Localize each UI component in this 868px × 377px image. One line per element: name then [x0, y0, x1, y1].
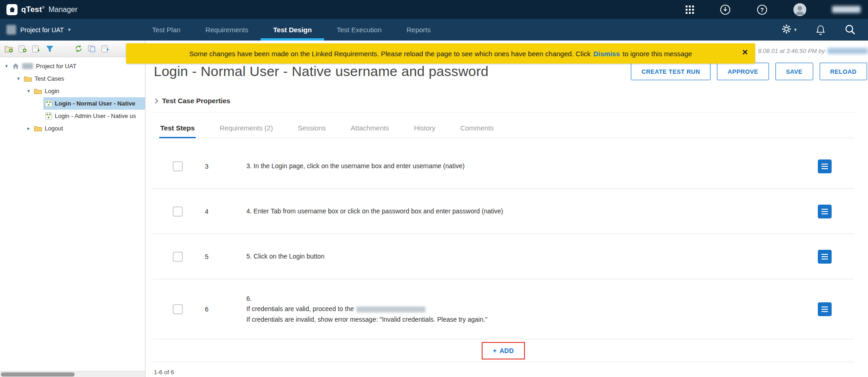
reload-button[interactable]: RELOAD: [820, 63, 867, 80]
nav-tab-test-design[interactable]: Test Design: [261, 19, 324, 41]
project-selector[interactable]: Project for UAT ▾: [6, 19, 70, 41]
gear-icon: [781, 24, 792, 36]
notifications-bell-icon[interactable]: [816, 25, 825, 35]
help-icon[interactable]: ?: [757, 4, 768, 15]
step-number: 5: [205, 253, 223, 260]
top-bar-icons: ?: [686, 3, 861, 16]
step-menu-button[interactable]: [818, 205, 832, 218]
save-button[interactable]: SAVE: [775, 63, 813, 80]
caret-right-icon[interactable]: ▸: [26, 125, 31, 131]
timestamp-text: 8.08.01 at 3:46:50 PM by: [758, 47, 825, 54]
svg-text:?: ?: [760, 6, 763, 13]
caret-down-icon[interactable]: ▾: [16, 76, 21, 82]
action-buttons: CREATE TEST RUN APPROVE SAVE RELOAD: [631, 63, 867, 80]
dismiss-link[interactable]: Dismiss: [593, 50, 620, 58]
test-case-tree: ▾ Project for UAT ▾ Test Cases ▾ Login: [0, 57, 145, 135]
settings-menu[interactable]: ▾: [781, 24, 797, 36]
user-avatar[interactable]: [793, 3, 806, 16]
close-icon[interactable]: ×: [742, 47, 748, 57]
qtest-logo-icon: [6, 4, 17, 15]
tree-item-label: Login - Admin User - Native us: [55, 112, 136, 119]
tree-item-login-normal-user[interactable]: Login - Normal User - Native: [0, 97, 145, 110]
nav-bar: Project for UAT ▾ Test Plan Requirements…: [0, 19, 868, 41]
nav-tab-test-plan[interactable]: Test Plan: [140, 19, 193, 41]
tab-comments[interactable]: Comments: [460, 119, 495, 138]
test-case-properties-section[interactable]: Test Case Properties: [154, 97, 854, 112]
scrollbar-thumb[interactable]: [1, 372, 75, 377]
add-step-label: ADD: [500, 347, 514, 354]
product-name: Manager: [48, 6, 77, 14]
chevron-down-icon: ▾: [68, 27, 71, 33]
test-case-icon: [45, 100, 52, 107]
caret-down-icon[interactable]: ▾: [26, 88, 31, 94]
add-step-button[interactable]: + ADD: [482, 342, 525, 359]
redacted-username-top: [832, 6, 861, 13]
chevron-down-icon: ▾: [794, 27, 797, 33]
hamburger-icon: [821, 211, 828, 212]
add-test-case-icon[interactable]: [18, 45, 27, 53]
step-line: If credentials are valid, proceed to the: [246, 304, 818, 314]
folder-icon: [34, 125, 42, 131]
folder-icon: [34, 88, 42, 94]
import-icon[interactable]: [32, 45, 41, 53]
tab-requirements[interactable]: Requirements (2): [219, 119, 274, 138]
step-menu-button[interactable]: [818, 250, 832, 264]
banner-message-after: to ignore this message: [623, 50, 692, 58]
redacted-project-prefix: [22, 63, 33, 69]
last-saved-timestamp: 8.08.01 at 3:46:50 PM by: [758, 47, 868, 54]
folder-icon: [24, 76, 32, 82]
tab-sessions[interactable]: Sessions: [297, 119, 327, 138]
step-number: 3: [205, 163, 223, 170]
step-checkbox[interactable]: [173, 252, 183, 262]
tree-item-login-admin-user[interactable]: Login - Admin User - Native us: [0, 110, 145, 122]
apps-grid-icon[interactable]: [686, 6, 694, 14]
tree-item-test-cases[interactable]: ▾ Test Cases: [0, 72, 145, 85]
tree-item-label: Test Cases: [35, 75, 64, 82]
step-checkbox[interactable]: [173, 304, 183, 314]
step-number: 6: [205, 306, 223, 313]
step-description: 6. If credentials are valid, proceed to …: [246, 294, 818, 324]
redacted-text: [356, 306, 425, 312]
step-checkbox[interactable]: [173, 161, 183, 171]
nav-tab-requirements[interactable]: Requirements: [193, 19, 261, 41]
step-checkbox[interactable]: [173, 206, 183, 217]
tab-history[interactable]: History: [413, 119, 437, 138]
tab-attachments[interactable]: Attachments: [350, 119, 390, 138]
new-folder-icon[interactable]: [5, 45, 13, 53]
export-icon[interactable]: [101, 45, 110, 53]
hamburger-icon: [821, 256, 828, 257]
step-line-text: If credentials are valid, proceed to the: [246, 305, 354, 312]
tree-item-login-folder[interactable]: ▾ Login: [0, 85, 145, 97]
section-label: Test Case Properties: [162, 97, 230, 105]
step-menu-button[interactable]: [818, 302, 832, 316]
nav-tab-test-execution[interactable]: Test Execution: [324, 19, 394, 41]
test-case-icon: [45, 112, 52, 119]
tree-item-logout-folder[interactable]: ▸ Logout: [0, 122, 145, 135]
search-icon[interactable]: [845, 24, 856, 35]
copy-icon[interactable]: [88, 45, 96, 53]
nav-tab-reports[interactable]: Reports: [394, 19, 443, 41]
tree-item-project[interactable]: ▾ Project for UAT: [0, 60, 145, 72]
step-description: 4. Enter Tab from username box or click …: [246, 206, 818, 216]
page-title: Login - Normal User - Native username an…: [154, 64, 489, 79]
tab-test-steps[interactable]: Test Steps: [159, 119, 196, 138]
sidebar: ▾ Project for UAT ▾ Test Cases ▾ Login: [0, 41, 146, 377]
download-icon[interactable]: [720, 4, 731, 15]
test-step-row: 3 3. In the Login page, click on the use…: [152, 144, 854, 189]
create-test-run-button[interactable]: CREATE TEST RUN: [631, 63, 711, 80]
main-navigation: Test Plan Requirements Test Design Test …: [140, 19, 443, 41]
caret-down-icon[interactable]: ▾: [4, 63, 9, 69]
nav-bar-icons: ▾: [781, 19, 868, 41]
step-menu-button[interactable]: [818, 159, 832, 173]
top-bar: qTest® Manager ?: [0, 0, 868, 19]
approve-button[interactable]: APPROVE: [717, 63, 769, 80]
tree-item-label: Logout: [45, 125, 63, 132]
chevron-right-icon: [153, 98, 158, 103]
refresh-icon[interactable]: [75, 45, 82, 53]
step-number: 4: [205, 208, 223, 215]
tree-item-label: Login - Normal User - Native: [55, 100, 135, 107]
step-line: If credentials are invalid, show error m…: [246, 314, 818, 324]
filter-icon[interactable]: [46, 45, 53, 53]
tree-toolbar: [0, 41, 145, 57]
horizontal-scrollbar[interactable]: [0, 371, 145, 377]
